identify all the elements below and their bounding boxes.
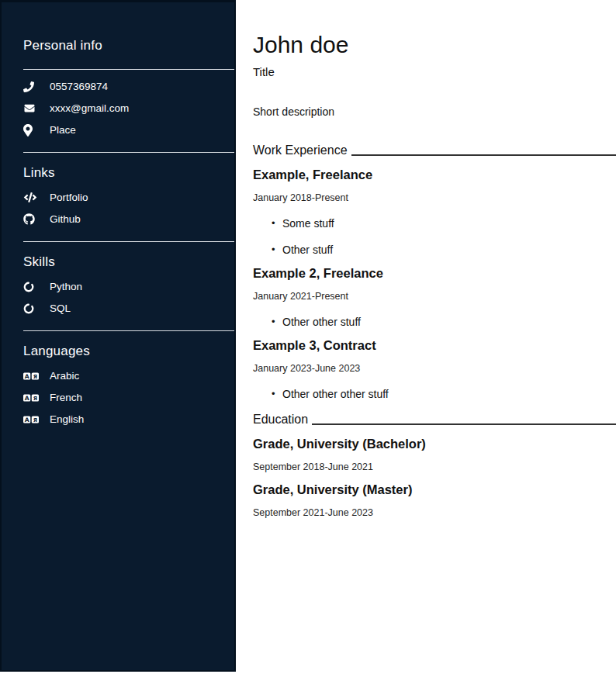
map-marker-icon <box>23 124 39 137</box>
entry-period: September 2018-June 2021 <box>253 461 616 472</box>
education-entry-2: Grade, University (Master) September 202… <box>253 482 616 518</box>
contact-phone-row: 0557369874 <box>23 80 234 93</box>
entry-period: January 2018-Present <box>253 192 616 203</box>
location-value: Place <box>50 124 76 136</box>
section-rule <box>312 423 616 425</box>
svg-text:Я: Я <box>33 416 37 423</box>
translate-icon: AЯ <box>23 372 39 381</box>
contact-email-row: xxxx@gmail.com <box>23 102 234 115</box>
envelope-icon <box>23 103 39 113</box>
circle-notch-icon <box>23 282 39 292</box>
circle-notch-icon <box>23 303 39 314</box>
entry-bullets: Other other other stuff <box>253 388 616 400</box>
language-label: English <box>50 413 84 425</box>
entry-period: January 2023-June 2023 <box>253 363 616 374</box>
sidebar-divider <box>23 330 234 331</box>
languages-heading: Languages <box>23 344 234 359</box>
svg-text:A: A <box>25 372 29 379</box>
entry-period: September 2021-June 2023 <box>253 507 616 518</box>
svg-text:A: A <box>25 416 29 423</box>
language-item-french: AЯ French <box>23 391 234 404</box>
skill-label: SQL <box>50 302 71 314</box>
sidebar-divider <box>23 152 234 153</box>
entry-title: Example 2, Freelance <box>253 266 616 281</box>
contact-location-row: Place <box>23 123 234 137</box>
email-value: xxxx@gmail.com <box>50 102 129 114</box>
translate-icon: AЯ <box>23 415 39 424</box>
bullet-item: Some stuff <box>272 217 616 230</box>
section-title: Work Experience <box>253 143 348 157</box>
person-name: John doe <box>253 32 616 59</box>
language-label: French <box>50 392 82 403</box>
work-entry-3: Example 3, Contract January 2023-June 20… <box>253 338 616 400</box>
phone-icon <box>23 81 39 92</box>
bullet-item: Other stuff <box>272 244 616 256</box>
entry-title: Grade, University (Bachelor) <box>253 437 616 451</box>
entry-bullets: Other other stuff <box>253 316 616 328</box>
skill-label: Python <box>50 281 82 292</box>
work-entry-2: Example 2, Freelance January 2021-Presen… <box>253 266 616 328</box>
sidebar-divider <box>23 69 234 70</box>
skill-item-sql: SQL <box>23 302 234 315</box>
entry-period: January 2021-Present <box>253 291 616 302</box>
language-item-english: AЯ English <box>23 413 234 426</box>
svg-text:Я: Я <box>33 373 37 379</box>
person-title: Title <box>253 65 616 78</box>
link-item-github[interactable]: Github <box>23 213 234 226</box>
skills-list: Python SQL <box>23 280 234 315</box>
language-label: Arabic <box>50 370 79 382</box>
code-icon <box>23 192 39 202</box>
bullet-item: Other other stuff <box>272 316 616 328</box>
link-label: Portfolio <box>50 192 88 203</box>
short-description: Short description <box>253 105 616 118</box>
link-label: Github <box>50 213 81 225</box>
skill-item-python: Python <box>23 280 234 293</box>
contact-list: 0557369874 xxxx@gmail.com Place <box>23 80 234 137</box>
github-icon <box>23 213 39 225</box>
svg-text:Я: Я <box>33 395 37 401</box>
entry-title: Example 3, Contract <box>253 338 616 353</box>
entry-title: Example, Freelance <box>253 168 616 182</box>
section-rule <box>351 154 616 156</box>
links-list: Portfolio Github <box>23 191 234 226</box>
sidebar: Personal info 0557369874 xxxx@gmail.com … <box>0 0 236 672</box>
svg-text:A: A <box>25 394 29 401</box>
translate-icon: AЯ <box>23 393 39 403</box>
education-entry-1: Grade, University (Bachelor) September 2… <box>253 437 616 472</box>
skills-heading: Skills <box>23 254 234 270</box>
phone-value: 0557369874 <box>50 81 108 92</box>
sidebar-divider <box>23 241 234 242</box>
entry-title: Grade, University (Master) <box>253 482 616 497</box>
languages-list: AЯ Arabic AЯ French AЯ English <box>23 369 234 426</box>
personal-info-heading: Personal info <box>23 38 234 54</box>
link-item-portfolio[interactable]: Portfolio <box>23 191 234 204</box>
work-experience-heading: Work Experience <box>253 143 616 157</box>
education-heading: Education <box>253 413 616 427</box>
section-title: Education <box>253 413 308 427</box>
entry-bullets: Some stuff Other stuff <box>253 217 616 256</box>
links-heading: Links <box>23 165 234 181</box>
bullet-item: Other other other stuff <box>272 388 616 400</box>
resume-main: John doe Title Short description Work Ex… <box>236 0 616 674</box>
work-entry-1: Example, Freelance January 2018-Present … <box>253 168 616 256</box>
language-item-arabic: AЯ Arabic <box>23 369 234 382</box>
